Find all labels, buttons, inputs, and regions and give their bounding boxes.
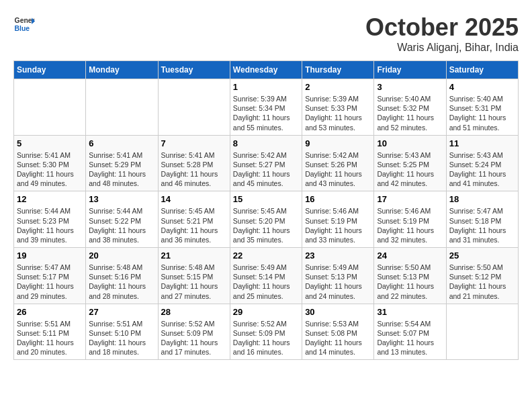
cell-content: Sunrise: 5:47 AM Sunset: 5:18 PM Dayligh… bbox=[449, 206, 515, 244]
day-number: 22 bbox=[233, 250, 299, 261]
day-number: 2 bbox=[305, 82, 371, 92]
day-number: 18 bbox=[449, 194, 515, 204]
day-number: 30 bbox=[305, 307, 371, 317]
calendar-cell: 30Sunrise: 5:53 AM Sunset: 5:08 PM Dayli… bbox=[302, 304, 374, 360]
cell-content: Sunrise: 5:52 AM Sunset: 5:09 PM Dayligh… bbox=[233, 319, 299, 357]
title-section: October 2025 Waris Aliganj, Bihar, India bbox=[365, 13, 519, 54]
cell-content: Sunrise: 5:43 AM Sunset: 5:24 PM Dayligh… bbox=[449, 150, 515, 189]
day-number: 1 bbox=[233, 82, 299, 92]
calendar-cell: 17Sunrise: 5:46 AM Sunset: 5:19 PM Dayli… bbox=[374, 191, 446, 248]
calendar-cell: 31Sunrise: 5:54 AM Sunset: 5:07 PM Dayli… bbox=[374, 304, 446, 360]
cell-content: Sunrise: 5:42 AM Sunset: 5:26 PM Dayligh… bbox=[305, 150, 371, 189]
cell-content: Sunrise: 5:52 AM Sunset: 5:09 PM Dayligh… bbox=[161, 319, 227, 357]
day-number: 26 bbox=[17, 307, 83, 317]
calendar-cell: 3Sunrise: 5:40 AM Sunset: 5:32 PM Daylig… bbox=[374, 79, 446, 136]
day-number: 7 bbox=[161, 138, 227, 148]
calendar-cell: 15Sunrise: 5:45 AM Sunset: 5:20 PM Dayli… bbox=[230, 191, 302, 248]
calendar-cell: 28Sunrise: 5:52 AM Sunset: 5:09 PM Dayli… bbox=[158, 304, 230, 360]
cell-content: Sunrise: 5:45 AM Sunset: 5:20 PM Dayligh… bbox=[233, 206, 299, 244]
page-header: General Blue October 2025 Waris Aliganj,… bbox=[13, 13, 519, 54]
day-number: 11 bbox=[449, 138, 515, 148]
calendar-cell: 29Sunrise: 5:52 AM Sunset: 5:09 PM Dayli… bbox=[230, 304, 302, 360]
col-header-tuesday: Tuesday bbox=[158, 61, 230, 79]
day-number: 15 bbox=[233, 194, 299, 204]
calendar-cell: 22Sunrise: 5:49 AM Sunset: 5:14 PM Dayli… bbox=[230, 248, 302, 304]
calendar-cell: 23Sunrise: 5:49 AM Sunset: 5:13 PM Dayli… bbox=[302, 248, 374, 304]
location-title: Waris Aliganj, Bihar, India bbox=[365, 42, 519, 54]
calendar-cell: 19Sunrise: 5:47 AM Sunset: 5:17 PM Dayli… bbox=[14, 248, 86, 304]
calendar-cell: 11Sunrise: 5:43 AM Sunset: 5:24 PM Dayli… bbox=[446, 135, 518, 191]
day-number: 27 bbox=[89, 307, 154, 317]
calendar-cell: 4Sunrise: 5:40 AM Sunset: 5:31 PM Daylig… bbox=[446, 79, 518, 136]
day-number: 16 bbox=[305, 194, 371, 204]
cell-content: Sunrise: 5:54 AM Sunset: 5:07 PM Dayligh… bbox=[377, 319, 443, 357]
cell-content: Sunrise: 5:39 AM Sunset: 5:33 PM Dayligh… bbox=[305, 94, 371, 132]
cell-content: Sunrise: 5:48 AM Sunset: 5:15 PM Dayligh… bbox=[161, 263, 227, 301]
day-number: 5 bbox=[17, 138, 83, 148]
cell-content: Sunrise: 5:49 AM Sunset: 5:14 PM Dayligh… bbox=[233, 263, 299, 301]
calendar-cell: 26Sunrise: 5:51 AM Sunset: 5:11 PM Dayli… bbox=[14, 304, 86, 360]
calendar-cell: 5Sunrise: 5:41 AM Sunset: 5:30 PM Daylig… bbox=[14, 135, 86, 191]
day-number: 12 bbox=[17, 194, 83, 204]
cell-content: Sunrise: 5:43 AM Sunset: 5:25 PM Dayligh… bbox=[377, 150, 443, 189]
calendar-cell: 6Sunrise: 5:41 AM Sunset: 5:29 PM Daylig… bbox=[86, 135, 158, 191]
day-number: 23 bbox=[305, 250, 371, 261]
col-header-saturday: Saturday bbox=[446, 61, 518, 79]
calendar-cell: 9Sunrise: 5:42 AM Sunset: 5:26 PM Daylig… bbox=[302, 135, 374, 191]
day-number: 19 bbox=[17, 250, 83, 261]
day-number: 3 bbox=[377, 82, 443, 92]
calendar-cell: 10Sunrise: 5:43 AM Sunset: 5:25 PM Dayli… bbox=[374, 135, 446, 191]
month-title: October 2025 bbox=[365, 13, 519, 42]
day-number: 9 bbox=[305, 138, 371, 148]
logo: General Blue bbox=[13, 13, 35, 35]
day-number: 4 bbox=[449, 82, 515, 92]
cell-content: Sunrise: 5:53 AM Sunset: 5:08 PM Dayligh… bbox=[305, 319, 371, 357]
col-header-wednesday: Wednesday bbox=[230, 61, 302, 79]
day-number: 14 bbox=[161, 194, 227, 204]
week-row-5: 26Sunrise: 5:51 AM Sunset: 5:11 PM Dayli… bbox=[14, 304, 519, 360]
calendar-cell bbox=[86, 79, 158, 136]
week-row-4: 19Sunrise: 5:47 AM Sunset: 5:17 PM Dayli… bbox=[14, 248, 519, 304]
day-number: 10 bbox=[377, 138, 443, 148]
day-number: 25 bbox=[449, 250, 515, 261]
cell-content: Sunrise: 5:42 AM Sunset: 5:27 PM Dayligh… bbox=[233, 150, 299, 189]
calendar-cell: 25Sunrise: 5:50 AM Sunset: 5:12 PM Dayli… bbox=[446, 248, 518, 304]
col-header-friday: Friday bbox=[374, 61, 446, 79]
col-header-monday: Monday bbox=[86, 61, 158, 79]
day-number: 20 bbox=[89, 250, 154, 261]
col-header-thursday: Thursday bbox=[302, 61, 374, 79]
cell-content: Sunrise: 5:41 AM Sunset: 5:30 PM Dayligh… bbox=[17, 150, 83, 189]
calendar-cell: 20Sunrise: 5:48 AM Sunset: 5:16 PM Dayli… bbox=[86, 248, 158, 304]
cell-content: Sunrise: 5:49 AM Sunset: 5:13 PM Dayligh… bbox=[305, 263, 371, 301]
day-number: 8 bbox=[233, 138, 299, 148]
cell-content: Sunrise: 5:44 AM Sunset: 5:23 PM Dayligh… bbox=[17, 206, 83, 244]
cell-content: Sunrise: 5:51 AM Sunset: 5:11 PM Dayligh… bbox=[17, 319, 83, 357]
cell-content: Sunrise: 5:41 AM Sunset: 5:29 PM Dayligh… bbox=[89, 150, 154, 189]
day-number: 17 bbox=[377, 194, 443, 204]
cell-content: Sunrise: 5:46 AM Sunset: 5:19 PM Dayligh… bbox=[305, 206, 371, 244]
calendar-cell: 21Sunrise: 5:48 AM Sunset: 5:15 PM Dayli… bbox=[158, 248, 230, 304]
calendar-cell: 2Sunrise: 5:39 AM Sunset: 5:33 PM Daylig… bbox=[302, 79, 374, 136]
calendar-cell: 8Sunrise: 5:42 AM Sunset: 5:27 PM Daylig… bbox=[230, 135, 302, 191]
cell-content: Sunrise: 5:39 AM Sunset: 5:34 PM Dayligh… bbox=[233, 94, 299, 132]
day-number: 29 bbox=[233, 307, 299, 317]
svg-text:Blue: Blue bbox=[15, 25, 30, 32]
cell-content: Sunrise: 5:51 AM Sunset: 5:10 PM Dayligh… bbox=[89, 319, 154, 357]
day-number: 28 bbox=[161, 307, 227, 317]
calendar-cell: 27Sunrise: 5:51 AM Sunset: 5:10 PM Dayli… bbox=[86, 304, 158, 360]
calendar-cell: 13Sunrise: 5:44 AM Sunset: 5:22 PM Dayli… bbox=[86, 191, 158, 248]
cell-content: Sunrise: 5:40 AM Sunset: 5:31 PM Dayligh… bbox=[449, 94, 515, 132]
calendar-cell: 7Sunrise: 5:41 AM Sunset: 5:28 PM Daylig… bbox=[158, 135, 230, 191]
cell-content: Sunrise: 5:47 AM Sunset: 5:17 PM Dayligh… bbox=[17, 263, 83, 301]
calendar-cell: 24Sunrise: 5:50 AM Sunset: 5:13 PM Dayli… bbox=[374, 248, 446, 304]
cell-content: Sunrise: 5:44 AM Sunset: 5:22 PM Dayligh… bbox=[89, 206, 154, 244]
calendar-cell: 14Sunrise: 5:45 AM Sunset: 5:21 PM Dayli… bbox=[158, 191, 230, 248]
day-number: 6 bbox=[89, 138, 154, 148]
calendar-cell bbox=[14, 79, 86, 136]
calendar-cell: 1Sunrise: 5:39 AM Sunset: 5:34 PM Daylig… bbox=[230, 79, 302, 136]
calendar-cell: 12Sunrise: 5:44 AM Sunset: 5:23 PM Dayli… bbox=[14, 191, 86, 248]
calendar-cell: 16Sunrise: 5:46 AM Sunset: 5:19 PM Dayli… bbox=[302, 191, 374, 248]
cell-content: Sunrise: 5:50 AM Sunset: 5:12 PM Dayligh… bbox=[449, 263, 515, 301]
cell-content: Sunrise: 5:45 AM Sunset: 5:21 PM Dayligh… bbox=[161, 206, 227, 244]
cell-content: Sunrise: 5:48 AM Sunset: 5:16 PM Dayligh… bbox=[89, 263, 154, 301]
